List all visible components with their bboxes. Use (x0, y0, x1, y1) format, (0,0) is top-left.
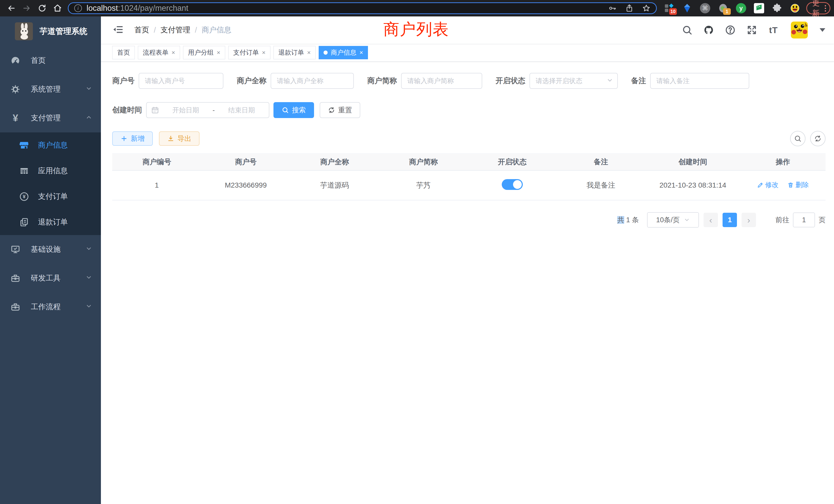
merchant-no-input[interactable] (139, 73, 223, 89)
add-button[interactable]: 新增 (112, 131, 153, 146)
browser-forward-button[interactable] (21, 2, 33, 14)
sidebar-item-pay-order[interactable]: ¥ 支付订单 (0, 184, 101, 209)
pagination: 共 1 条 10条/页 ‹ 1 › 前往 页 (112, 212, 826, 228)
sidebar-item-app-info[interactable]: 应用信息 (0, 158, 101, 184)
toggle-knob (513, 180, 522, 189)
close-icon[interactable]: × (307, 49, 311, 56)
chevron-down-icon (86, 245, 92, 254)
sidebar-collapse-button[interactable] (113, 24, 124, 36)
password-key-icon[interactable] (608, 4, 616, 12)
extension-y-icon[interactable]: y (736, 3, 747, 14)
status-toggle[interactable] (502, 179, 523, 190)
share-icon[interactable] (625, 4, 634, 12)
remark-input[interactable] (650, 73, 749, 89)
close-icon[interactable]: × (217, 49, 220, 56)
sidebar-item-home[interactable]: 首页 (0, 46, 101, 75)
toolbox-icon (10, 273, 21, 283)
help-button[interactable] (724, 23, 737, 37)
breadcrumb-home[interactable]: 首页 (134, 25, 149, 35)
table-row: 1 M233666999 芋道源码 芋艿 我是备注 2021-10-23 08:… (112, 171, 826, 201)
tab-home[interactable]: 首页 (112, 46, 135, 59)
reload-icon (38, 4, 46, 13)
end-date-placeholder[interactable]: 结束日期 (219, 106, 264, 115)
download-icon (167, 135, 174, 142)
merchant-name-input[interactable] (271, 73, 354, 89)
yen-icon: ¥ (10, 113, 21, 123)
merchant-id-cell: 1 (112, 181, 201, 189)
extension-blob-icon[interactable]: 1 (718, 3, 729, 14)
close-icon[interactable]: × (172, 49, 175, 56)
extension-gem-icon[interactable] (681, 3, 693, 14)
sidebar-item-system[interactable]: 系统管理 (0, 75, 101, 104)
browser-back-button[interactable] (5, 2, 18, 14)
font-size-button[interactable]: tT (767, 23, 780, 37)
refresh-table-button[interactable] (810, 131, 826, 146)
extension-flag-icon[interactable] (753, 3, 765, 14)
sidebar-item-merchant-info[interactable]: 商户信息 (0, 132, 101, 158)
tab-process-form[interactable]: 流程表单× (138, 46, 180, 59)
annotation-merchant-list: 商户列表 (383, 19, 449, 40)
prev-page-button[interactable]: ‹ (704, 213, 718, 227)
remark-cell: 我是备注 (557, 180, 645, 190)
close-icon[interactable]: × (262, 49, 265, 56)
merchant-short-input[interactable] (401, 73, 482, 89)
chevron-down-icon (86, 85, 92, 94)
github-link[interactable] (702, 23, 716, 37)
page-size-select[interactable]: 10条/页 (647, 212, 699, 228)
tab-pay-order[interactable]: 支付订单× (228, 46, 270, 59)
arrow-right-icon (22, 4, 31, 13)
toggle-search-button[interactable] (790, 131, 806, 146)
edit-link[interactable]: 修改 (757, 180, 778, 189)
extension-command-icon[interactable]: ⌘ (699, 3, 711, 14)
browser-update-button[interactable]: 更新 (806, 2, 830, 14)
tab-merchant-info[interactable]: 商户信息× (319, 46, 368, 59)
column-header: 商户号 (201, 157, 290, 167)
fullscreen-button[interactable] (745, 23, 759, 37)
header-search-button[interactable] (680, 23, 694, 37)
next-page-button[interactable]: › (742, 213, 756, 227)
browser-home-button[interactable] (51, 2, 64, 14)
avatar-dropdown-caret-icon[interactable] (820, 28, 825, 32)
extension-badge: 10 (669, 8, 677, 15)
extension-badge: 1 (723, 8, 731, 15)
goto-label: 前往 (775, 215, 789, 225)
export-button[interactable]: 导出 (159, 131, 199, 146)
tab-user-group[interactable]: 用户分组× (183, 46, 225, 59)
arrow-left-icon (7, 4, 16, 13)
search-button[interactable]: 搜索 (273, 102, 314, 118)
site-info-icon[interactable]: i (74, 4, 82, 12)
browser-profile-emoji-icon[interactable] (789, 3, 800, 14)
url-text[interactable]: localhost:1024/pay/merchant (87, 4, 188, 13)
extensions-row: 10 ⌘ 1 y (663, 3, 800, 14)
status-select[interactable] (529, 73, 618, 89)
reset-button[interactable]: 重置 (320, 102, 360, 118)
sidebar-item-dev-tools[interactable]: 研发工具 (0, 264, 101, 293)
date-range-separator: - (213, 106, 215, 114)
bookmark-star-icon[interactable] (642, 4, 651, 12)
avatar[interactable] (791, 22, 808, 39)
browser-menu-icon[interactable] (825, 5, 826, 12)
goto-page-input[interactable] (793, 212, 815, 227)
breadcrumb-payment[interactable]: 支付管理 (160, 25, 190, 35)
status-select-input[interactable] (529, 73, 618, 89)
date-range-picker[interactable]: 开始日期 - 结束日期 (146, 102, 269, 118)
start-date-placeholder[interactable]: 开始日期 (163, 106, 208, 115)
close-icon[interactable]: × (359, 49, 363, 56)
extension-grid-diamond-icon[interactable]: 10 (663, 3, 675, 14)
column-header: 操作 (740, 157, 826, 167)
sidebar-item-workflow[interactable]: 工作流程 (0, 293, 101, 321)
sidebar-item-refund-order[interactable]: 退款订单 (0, 209, 101, 235)
sidebar-item-label: 退款订单 (38, 217, 68, 227)
app-logo[interactable]: 芋道管理系统 (0, 17, 101, 46)
table-grid-icon (19, 166, 29, 176)
address-bar[interactable]: i localhost:1024/pay/merchant (68, 2, 657, 14)
sidebar-item-payment[interactable]: ¥ 支付管理 (0, 104, 101, 132)
tab-refund-order[interactable]: 退款订单× (273, 46, 315, 59)
page-1-button[interactable]: 1 (723, 213, 737, 227)
browser-reload-button[interactable] (36, 2, 48, 14)
app-title: 芋道管理系统 (40, 26, 87, 37)
delete-link[interactable]: 删除 (787, 180, 809, 189)
sidebar-item-infrastructure[interactable]: 基础设施 (0, 235, 101, 264)
sidebar-item-label: 研发工具 (31, 273, 61, 283)
extensions-puzzle-icon[interactable] (771, 3, 783, 14)
